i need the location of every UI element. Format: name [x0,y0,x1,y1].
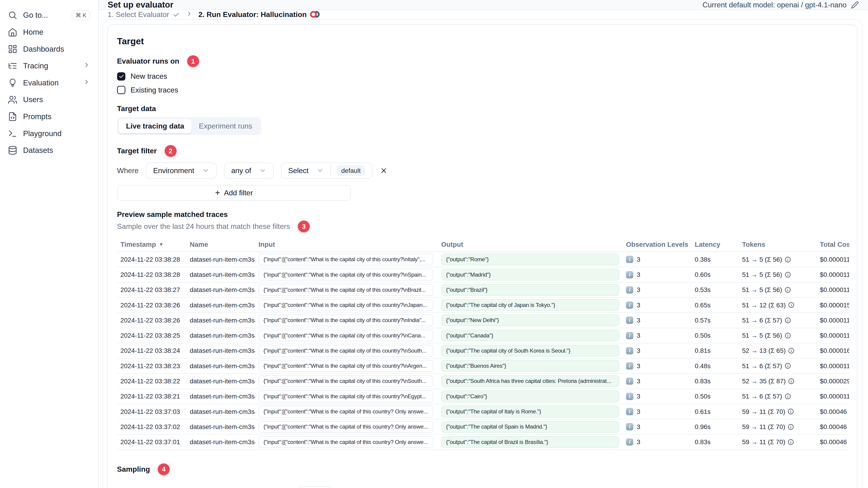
topbar: Set up evaluator Current default model: … [99,0,868,10]
output-cell: {"output":"The capital of Italy is Rome.… [438,405,622,418]
input-cell: {"input":[{"content":"What is the capita… [255,254,438,266]
table-row[interactable]: 2024-11-22 03:38:23 dataset-run-item-cm3… [117,359,849,374]
tab-experiment-runs[interactable]: Experiment runs [191,119,259,133]
filter-value-select[interactable]: Select default [281,163,372,179]
cost-value: $0.000011 [820,317,849,324]
sidebar-item-prompts[interactable]: Prompts [0,108,98,125]
total-cost-cell: $0.000011 [816,317,849,324]
sidebar-item-dashboards[interactable]: Dashboards [0,41,98,58]
input-cell: {"input":[{"content":"What is the capita… [255,315,438,326]
sidebar-item-home[interactable]: Home [0,24,98,41]
remove-filter-button[interactable] [380,167,388,174]
observation-levels-cell: i 3 [622,392,691,400]
sidebar-item-users[interactable]: Users [0,91,98,108]
input-json-box: {"input":[{"content":"What is the capita… [258,375,433,387]
sidebar-item-evaluation[interactable]: Evaluation [0,74,98,91]
preview-subtitle-row: Sample over the last 24 hours that match… [117,221,848,232]
output-json-box: {"output":"Buenos Aires"} [441,360,619,372]
filter-operator-value: any of [231,166,251,175]
checkbox-unchecked-icon[interactable] [117,86,126,94]
tokens-value: 51 → 12 (Σ 63) [742,301,786,309]
input-json-box: {"input":[{"content":"What is the capita… [258,330,433,341]
latency-cell: 0.50s [691,392,739,400]
chevron-right-icon [186,10,193,19]
table-row[interactable]: 2024-11-22 03:37:02 dataset-run-item-cm3… [117,419,849,434]
cost-value: $0.000011 [820,392,849,400]
input-json-box: {"input":[{"content":"What is the capita… [258,436,433,448]
col-header-output[interactable]: Output [438,240,622,248]
col-header-total-cost[interactable]: Total Cost [816,240,849,248]
output-json-box: {"output":"Canada"} [441,330,619,341]
table-row[interactable]: 2024-11-22 03:38:28 dataset-run-item-cm3… [117,267,849,282]
input-json-box: {"input":[{"content":"What is the capita… [258,315,433,326]
info-circle-icon [787,438,794,445]
total-cost-cell: $0.000011 [816,362,849,370]
preview-subtitle: Sample over the last 24 hours that match… [117,222,290,231]
info-circle-icon [788,347,795,354]
table-row[interactable]: 2024-11-22 03:38:22 dataset-run-item-cm3… [117,374,849,389]
plus-icon: + [215,188,220,198]
table-row[interactable]: 2024-11-22 03:38:26 dataset-run-item-cm3… [117,298,849,313]
table-row[interactable]: 2024-11-22 03:38:28 dataset-run-item-cm3… [117,252,849,267]
info-emoji-icon: i [626,408,633,415]
output-json-box: {"output":"Brazil"} [441,284,619,296]
timestamp-cell: 2024-11-22 03:38:24 [117,347,186,354]
table-row[interactable]: 2024-11-22 03:38:21 dataset-run-item-cm3… [117,389,849,404]
sidebar-item-datasets[interactable]: Datasets [0,142,98,159]
table-row[interactable]: 2024-11-22 03:38:25 dataset-run-item-cm3… [117,328,849,344]
output-cell: {"output":"Cairo"} [438,390,622,402]
checkbox-checked-icon[interactable] [117,72,126,81]
col-header-timestamp[interactable]: Timestamp ▼ [117,240,186,248]
runs-on-label-row: Evaluator runs on 1 [117,55,848,67]
add-filter-button[interactable]: + Add filter [117,185,351,201]
checkbox-existing-traces[interactable]: Existing traces [117,86,848,94]
checkbox-new-traces[interactable]: New traces [117,72,848,80]
observation-levels-cell: i 3 [622,408,691,416]
info-circle-icon [788,302,795,308]
filter-row: Where Environment any of Select default [117,163,848,179]
latency-cell: 0.38s [691,256,739,263]
col-header-input[interactable]: Input [255,240,438,248]
target-heading: Target [117,36,848,46]
chevron-right-icon [83,61,90,70]
filter-operator-select[interactable]: any of [224,163,274,179]
col-header-name[interactable]: Name [186,240,255,248]
name-cell: dataset-run-item-cm3s4 [186,377,255,385]
col-header-latency[interactable]: Latency [691,240,739,248]
filter-value-chip: default [337,165,365,176]
sampling-percent-input[interactable]: 100.00 [298,486,334,488]
check-icon [173,11,180,19]
timestamp-cell: 2024-11-22 03:38:23 [117,362,186,370]
name-cell: dataset-run-item-cm3s4 [186,271,255,279]
table-row[interactable]: 2024-11-22 03:38:26 dataset-run-item-cm3… [117,313,849,328]
info-emoji-icon: i [626,423,633,430]
step-select-evaluator[interactable]: 1. Select Evaluator [108,10,180,19]
output-cell: {"output":"Canada"} [438,330,622,341]
input-json-box: {"input":[{"content":"What is the capita… [258,405,433,418]
latency-cell: 0.81s [691,347,739,354]
edit-pencil-icon[interactable] [851,1,859,9]
table-row[interactable]: 2024-11-22 03:37:01 dataset-run-item-cm3… [117,434,849,450]
tab-live-tracing-data[interactable]: Live tracing data [119,119,191,133]
sidebar-goto-search[interactable]: Go to... ⌘ K [0,7,98,24]
input-cell: {"input":[{"content":"What is the capita… [255,421,438,433]
sidebar-item-playground[interactable]: Playground [0,125,98,142]
cost-value: $0.000011 [820,362,849,370]
table-row[interactable]: 2024-11-22 03:37:03 dataset-run-item-cm3… [117,404,849,419]
timestamp-cell: 2024-11-22 03:38:26 [117,317,186,324]
col-header-tokens[interactable]: Tokens [739,240,816,248]
input-cell: {"input":[{"content":"What is the capita… [255,330,438,341]
cost-value: $0.000029 [820,377,849,385]
step1-label: 1. Select Evaluator [108,10,169,19]
step-badge-2: 2 [165,145,177,157]
filter-column-select[interactable]: Environment [146,163,217,179]
observation-count: 3 [637,408,641,416]
table-row[interactable]: 2024-11-22 03:38:27 dataset-run-item-cm3… [117,283,849,298]
sidebar-item-tracing[interactable]: Tracing [0,57,98,74]
info-circle-icon [784,271,791,278]
timestamp-cell: 2024-11-22 03:37:01 [117,438,186,446]
table-row[interactable]: 2024-11-22 03:38:24 dataset-run-item-cm3… [117,344,849,359]
col-header-observation-levels[interactable]: Observation Levels [622,240,691,248]
step-run-evaluator[interactable]: 2. Run Evaluator: Hallucination [198,10,320,19]
home-icon [8,27,18,37]
